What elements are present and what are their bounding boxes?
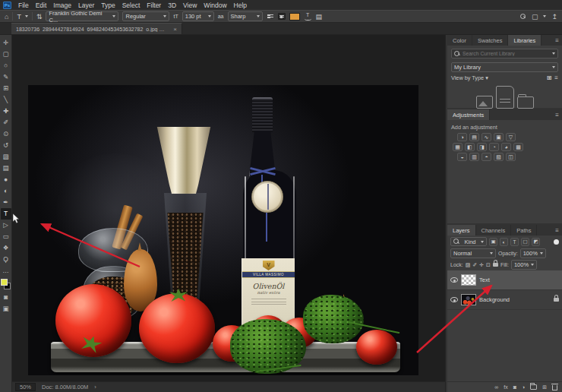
filter-shape-layers-icon[interactable]: ▢ [521, 238, 529, 246]
menu-3d[interactable]: 3D [168, 2, 176, 9]
delete-layer-icon[interactable] [552, 385, 557, 390]
lock-artboard-icon[interactable]: ⊡ [486, 262, 491, 268]
layer-style-fx-icon[interactable]: fx [504, 384, 507, 390]
lock-position-icon[interactable]: ✛ [479, 262, 484, 268]
share-icon[interactable]: ↥ [551, 13, 557, 21]
adj-levels-icon[interactable]: ▤ [469, 133, 479, 141]
tool-quick-selection[interactable]: ✎ [1, 71, 11, 83]
lock-transparent-icon[interactable]: ▨ [466, 262, 471, 268]
menu-help[interactable]: Help [234, 2, 247, 9]
font-style-select[interactable]: Regular [122, 11, 169, 21]
filter-type-layers-icon[interactable]: T [510, 238, 519, 246]
tool-lasso[interactable]: ○ [1, 60, 11, 71]
tab-paths[interactable]: Paths [511, 225, 537, 236]
tool-clone-stamp[interactable]: ⊙ [1, 128, 11, 140]
menu-image[interactable]: Image [53, 2, 71, 9]
screen-mode-button[interactable]: ▣ [1, 303, 11, 315]
layer-row-text[interactable]: Text [447, 270, 562, 290]
library-select[interactable]: My Library [451, 62, 558, 72]
quick-mask-button[interactable]: ◙ [1, 292, 11, 303]
font-size-select[interactable]: 130 pt [182, 11, 214, 21]
adj-threshold-icon[interactable]: ◓ [481, 153, 491, 161]
filter-smart-objects-icon[interactable]: ◩ [532, 238, 540, 246]
tool-dodge[interactable]: ◐ [1, 185, 11, 197]
close-icon[interactable]: × [173, 26, 177, 33]
adj-vibrance-icon[interactable]: ▽ [506, 133, 516, 141]
tab-libraries[interactable]: Libraries [508, 35, 541, 46]
menu-select[interactable]: Select [122, 2, 140, 9]
home-icon[interactable]: ⌂ [5, 13, 8, 21]
tool-type[interactable]: T [1, 208, 11, 220]
adjustments-title[interactable]: Adjustments [447, 109, 490, 120]
foreground-color-swatch[interactable] [1, 279, 8, 286]
align-left-button[interactable] [267, 13, 274, 20]
adj-selective-color-icon[interactable]: ◫ [506, 153, 516, 161]
library-search[interactable] [451, 49, 558, 58]
text-color-swatch[interactable] [289, 13, 300, 21]
tool-brush[interactable]: ✐ [1, 117, 11, 128]
tab-channels[interactable]: Channels [476, 225, 512, 236]
lock-all-icon[interactable] [493, 263, 498, 267]
link-layers-icon[interactable]: ∞ [494, 384, 498, 390]
list-view-icon[interactable]: ≡ [554, 74, 558, 81]
menu-type[interactable]: Type [101, 2, 115, 9]
adj-gradient-map-icon[interactable]: ▧ [494, 153, 504, 161]
layer-name[interactable]: Background [479, 296, 510, 303]
tool-hand[interactable]: ❖ [1, 242, 11, 254]
menu-edit[interactable]: Edit [36, 2, 47, 9]
new-layer-icon[interactable]: ⊞ [542, 384, 547, 390]
background-layer-thumbnail[interactable] [461, 294, 476, 305]
panel-menu-icon[interactable]: ≡ [555, 109, 562, 120]
tool-rectangular-marquee[interactable]: ▢ [1, 49, 11, 60]
document-tab[interactable]: 18320736_28944427814924_6948240453453632… [11, 23, 182, 34]
filter-pixel-layers-icon[interactable]: ▣ [489, 238, 497, 246]
menu-view[interactable]: View [183, 2, 197, 9]
chevron-down-icon[interactable] [25, 15, 28, 17]
menu-window[interactable]: Window [204, 2, 226, 9]
chevron-down-icon[interactable] [543, 15, 546, 17]
layer-name[interactable]: Text [479, 277, 490, 283]
tool-zoom[interactable]: Ϙ [1, 254, 11, 265]
new-adjustment-layer-icon[interactable]: ◑ [522, 384, 525, 390]
adj-exposure-icon[interactable]: ▣ [494, 133, 504, 141]
blend-mode-select[interactable]: Normal [450, 248, 496, 258]
grid-view-icon[interactable]: ⊞ [547, 74, 552, 81]
view-by-type-label[interactable]: View by Type ▾ [451, 74, 488, 81]
adj-black-white-icon[interactable]: ◨ [477, 143, 487, 151]
anti-alias-select[interactable]: Sharp [228, 11, 263, 21]
adj-brightness-contrast-icon[interactable]: ◑ [457, 133, 467, 141]
document-image[interactable]: V VILLA MASSIMO OlivenÖl nativ extra [28, 85, 418, 375]
adj-hue-saturation-icon[interactable]: ▦ [453, 143, 463, 151]
canvas-area[interactable]: V VILLA MASSIMO OlivenÖl nativ extra [12, 35, 445, 392]
tab-swatches[interactable]: Swatches [472, 35, 509, 46]
filter-adjustment-layers-icon[interactable]: ◐ [500, 238, 508, 246]
type-tool-preset-icon[interactable]: T [17, 13, 21, 21]
tab-color[interactable]: Color [447, 35, 472, 46]
tool-eraser[interactable]: ▨ [1, 151, 11, 163]
adj-posterize-icon[interactable]: ▥ [469, 153, 479, 161]
search-icon[interactable] [520, 14, 526, 20]
tool-pen[interactable]: ✒ [1, 197, 11, 208]
tool-path-selection[interactable]: ▷ [1, 220, 11, 231]
tool-crop[interactable]: ⊞ [1, 83, 11, 94]
font-family-select[interactable]: Franklin Gothic Demi C... [46, 11, 118, 21]
adj-channel-mixer-icon[interactable]: ◕ [501, 143, 511, 151]
menu-layer[interactable]: Layer [78, 2, 94, 9]
color-swatches[interactable] [1, 279, 11, 289]
adj-photo-filter-icon[interactable]: ◔ [489, 143, 499, 151]
lock-pixels-icon[interactable]: ✐ [472, 262, 477, 268]
tool-history-brush[interactable]: ↺ [1, 140, 11, 151]
photoshop-logo-icon[interactable]: Ps [3, 2, 11, 9]
menu-filter[interactable]: Filter [147, 2, 161, 9]
adj-color-lookup-icon[interactable]: ▩ [513, 143, 523, 151]
panel-menu-icon[interactable]: ≡ [555, 35, 562, 46]
adj-curves-icon[interactable]: ∿ [481, 133, 491, 141]
tool-move[interactable]: ✛ [1, 37, 11, 49]
text-layer-thumbnail[interactable] [461, 274, 476, 286]
layer-row-background[interactable]: Background [447, 290, 562, 310]
adj-color-balance-icon[interactable]: ◧ [465, 143, 475, 151]
tool-spot-healing-brush[interactable]: ✚ [1, 106, 11, 117]
panel-menu-icon[interactable]: ≡ [555, 225, 562, 236]
fill-select[interactable]: 100% [511, 260, 537, 270]
filter-toggle[interactable] [554, 239, 559, 245]
